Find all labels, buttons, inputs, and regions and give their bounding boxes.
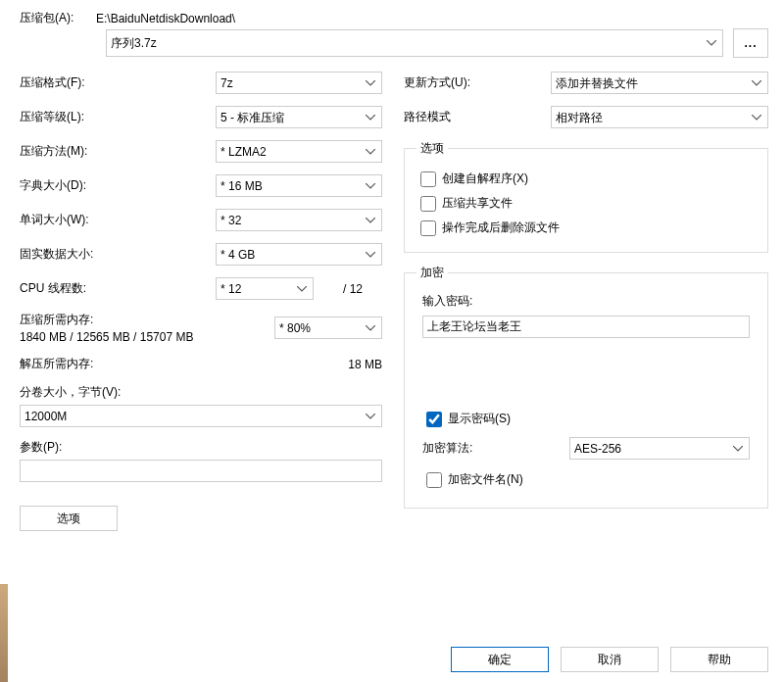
sfx-checkbox-row[interactable]: 创建自解程序(X) [420,167,756,191]
encryption-legend: 加密 [416,265,448,281]
sfx-label: 创建自解程序(X) [442,170,528,187]
background-edge [0,584,8,682]
update-mode-select[interactable]: 添加并替换文件 [551,72,768,94]
password-input[interactable] [422,316,750,338]
params-label: 参数(P): [20,439,382,456]
word-select[interactable]: * 32 [216,209,382,231]
shared-checkbox[interactable] [420,196,436,212]
mem-compress-value: 1840 MB / 12565 MB / 15707 MB [20,330,193,344]
path-mode-select[interactable]: 相对路径 [551,106,768,128]
options-fieldset: 选项 创建自解程序(X) 压缩共享文件 操作完成后删除源文件 [404,140,768,253]
shared-checkbox-row[interactable]: 压缩共享文件 [420,191,756,216]
format-select[interactable]: 7z [216,72,382,94]
show-password-label: 显示密码(S) [448,411,511,427]
encrypt-names-label: 加密文件名(N) [448,471,523,488]
shared-label: 压缩共享文件 [442,195,513,212]
browse-button[interactable]: ... [733,28,768,58]
ok-button[interactable]: 确定 [451,647,549,672]
help-button[interactable]: 帮助 [670,647,768,672]
volume-label: 分卷大小，字节(V): [20,384,382,401]
cancel-button[interactable]: 取消 [561,647,659,672]
dict-label: 字典大小(D): [20,177,216,194]
archive-label: 压缩包(A): [20,10,96,26]
format-label: 压缩格式(F): [20,74,216,91]
sfx-checkbox[interactable] [420,171,436,187]
solid-label: 固实数据大小: [20,246,216,263]
level-label: 压缩等级(L): [20,109,216,125]
update-mode-label: 更新方式(U): [404,74,551,91]
threads-max: / 12 [323,282,363,296]
threads-select[interactable]: * 12 [216,277,314,300]
delete-checkbox[interactable] [420,220,436,236]
params-input[interactable] [20,460,382,482]
archive-filename-select[interactable]: 序列3.7z [106,29,723,57]
archive-path: E:\BaiduNetdiskDownload\ [96,12,235,25]
word-label: 单词大小(W): [20,212,216,228]
dict-select[interactable]: * 16 MB [216,174,382,197]
mem-decompress-label: 解压所需内存: [20,356,93,372]
solid-select[interactable]: * 4 GB [216,243,382,266]
mem-percent-select[interactable]: * 80% [274,317,382,339]
encryption-fieldset: 加密 输入密码: 显示密码(S) 加密算法: AES-256 加密文件名(N) [404,265,768,509]
encrypt-names-row[interactable]: 加密文件名(N) [426,467,750,492]
threads-label: CPU 线程数: [20,280,216,297]
delete-checkbox-row[interactable]: 操作完成后删除源文件 [420,216,756,240]
volume-select[interactable]: 12000M [20,405,382,427]
mem-decompress-value: 18 MB [348,358,382,371]
show-password-row[interactable]: 显示密码(S) [426,407,750,431]
enc-method-select[interactable]: AES-256 [569,437,750,460]
enc-method-label: 加密算法: [422,440,569,457]
encrypt-names-checkbox[interactable] [426,472,442,488]
level-select[interactable]: 5 - 标准压缩 [216,106,382,128]
method-select[interactable]: * LZMA2 [216,140,382,163]
password-label: 输入密码: [422,293,750,310]
delete-label: 操作完成后删除源文件 [442,219,560,236]
show-password-checkbox[interactable] [426,412,442,427]
path-mode-label: 路径模式 [404,109,551,125]
method-label: 压缩方法(M): [20,143,216,160]
options-button[interactable]: 选项 [20,506,118,531]
mem-compress-label: 压缩所需内存: [20,312,193,328]
options-legend: 选项 [416,140,448,157]
